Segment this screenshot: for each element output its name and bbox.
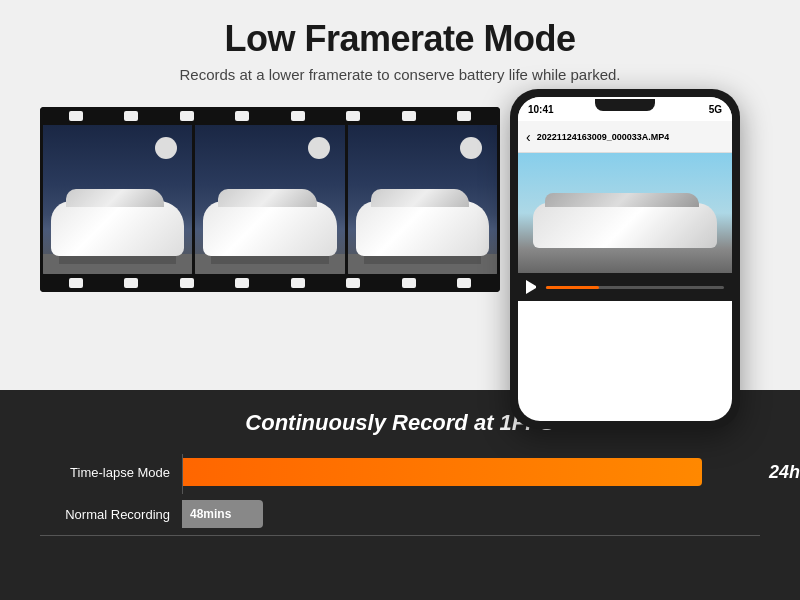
- film-strip: [40, 107, 500, 292]
- film-frame-3: [348, 125, 497, 274]
- page-title: Low Framerate Mode: [40, 18, 760, 60]
- phone-mockup: 10:41 5G ‹ 20221124163009_000033A.MP4: [510, 89, 740, 429]
- film-frame-1: [43, 125, 192, 274]
- frame-content: [43, 125, 192, 274]
- chart-value-timelapse: 24h: [769, 462, 800, 483]
- phone-time: 10:41: [528, 104, 554, 115]
- film-frame-2: [195, 125, 344, 274]
- phone-video-controls: [518, 273, 732, 301]
- sprocket: [124, 278, 138, 288]
- page-subtitle: Records at a lower framerate to conserve…: [40, 66, 760, 83]
- chart-bar-container-timelapse: 24h: [182, 458, 760, 486]
- chart-x-axis: [40, 535, 760, 536]
- sprocket: [291, 278, 305, 288]
- phone-screen: 10:41 5G ‹ 20221124163009_000033A.MP4: [518, 97, 732, 421]
- frame-moon: [308, 137, 330, 159]
- sprocket: [457, 278, 471, 288]
- sprocket: [346, 278, 360, 288]
- phone-video-car: [533, 203, 717, 248]
- sprocket: [235, 278, 249, 288]
- chart-label-timelapse: Time-lapse Mode: [40, 465, 170, 480]
- frame-moon: [460, 137, 482, 159]
- frame-car: [356, 201, 489, 256]
- page-container: Low Framerate Mode Records at a lower fr…: [0, 0, 800, 600]
- phone-notch: [595, 99, 655, 111]
- back-arrow-icon[interactable]: ‹: [526, 129, 531, 145]
- film-area: 10:41 5G ‹ 20221124163009_000033A.MP4: [40, 99, 760, 299]
- sprocket: [402, 278, 416, 288]
- video-progress-fill: [546, 286, 599, 289]
- frame-moon: [155, 137, 177, 159]
- phone-filename: 20221124163009_000033A.MP4: [537, 132, 670, 142]
- film-frames: [40, 125, 500, 274]
- phone-signal: 5G: [709, 104, 722, 115]
- chart-container: Time-lapse Mode 24h Normal Recording 48m…: [40, 458, 760, 528]
- phone-video-thumbnail: [518, 153, 732, 273]
- sprocket: [291, 111, 305, 121]
- chart-bar-normal: 48mins: [182, 500, 263, 528]
- frame-content: [348, 125, 497, 274]
- sprocket: [124, 111, 138, 121]
- chart-row-timelapse: Time-lapse Mode 24h: [40, 458, 760, 486]
- chart-y-axis: [182, 454, 183, 494]
- frame-car: [203, 201, 336, 256]
- chart-value-normal: 48mins: [190, 507, 231, 521]
- chart-label-normal: Normal Recording: [40, 507, 170, 522]
- sprocket: [457, 111, 471, 121]
- sprocket: [69, 111, 83, 121]
- frame-content: [195, 125, 344, 274]
- sprocket: [180, 111, 194, 121]
- sprockets-top: [40, 107, 500, 125]
- video-progress-bar[interactable]: [546, 286, 724, 289]
- frame-car: [51, 201, 184, 256]
- chart-row-normal: Normal Recording 48mins: [40, 500, 760, 528]
- sprockets-bottom: [40, 274, 500, 292]
- sprocket: [402, 111, 416, 121]
- chart-bar-timelapse: [182, 458, 702, 486]
- chart-bar-container-normal: 48mins: [182, 500, 760, 528]
- sprocket: [235, 111, 249, 121]
- phone-nav-bar: ‹ 20221124163009_000033A.MP4: [518, 121, 732, 153]
- sprocket: [346, 111, 360, 121]
- sprocket: [180, 278, 194, 288]
- top-section: Low Framerate Mode Records at a lower fr…: [0, 0, 800, 390]
- play-button-icon[interactable]: [526, 280, 540, 294]
- sprocket: [69, 278, 83, 288]
